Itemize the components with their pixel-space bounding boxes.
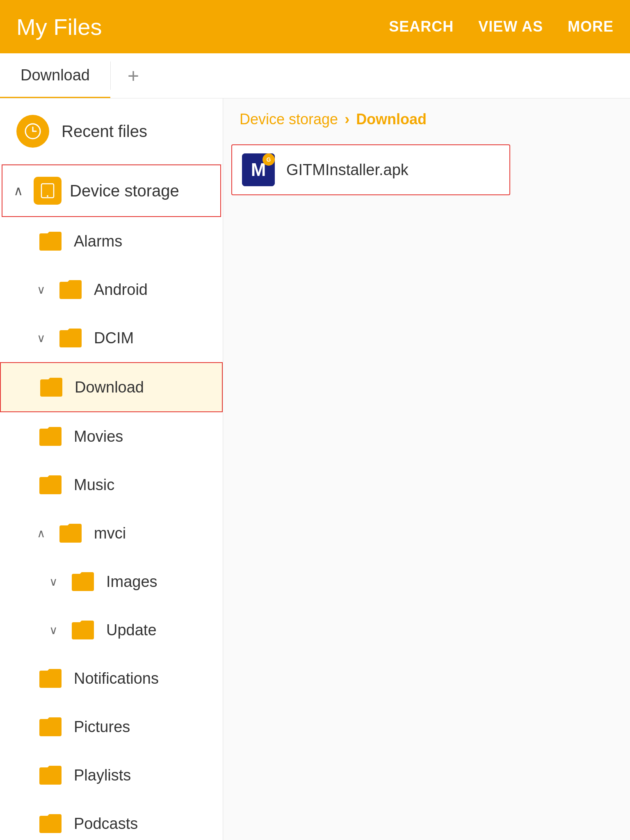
- breadcrumb: Device storage › Download: [223, 98, 630, 140]
- file-list: G M GITMInstaller.apk: [223, 140, 630, 199]
- breadcrumb-device-storage[interactable]: Device storage: [240, 111, 338, 128]
- tab-download[interactable]: Download: [0, 53, 110, 98]
- sidebar-label-update: Update: [106, 621, 157, 639]
- folder-icon-alarms: [37, 228, 64, 255]
- device-storage-icon: [34, 177, 62, 205]
- sidebar-item-images[interactable]: ∨ Images: [0, 557, 223, 606]
- sidebar: Recent files ∧ Device storage Alarms: [0, 98, 223, 840]
- mvci-chevron: ∧: [37, 527, 46, 540]
- folder-icon-dcim: [57, 324, 84, 352]
- sidebar-item-dcim[interactable]: ∨ DCIM: [0, 314, 223, 362]
- folder-icon-notifications: [37, 665, 64, 692]
- sidebar-item-update[interactable]: ∨ Update: [0, 606, 223, 654]
- file-name-gitm: GITMInstaller.apk: [286, 161, 409, 179]
- view-as-button[interactable]: VIEW AS: [478, 18, 543, 35]
- device-storage-row[interactable]: ∧ Device storage: [2, 164, 221, 217]
- folder-icon-playlists: [37, 762, 64, 789]
- device-storage-label: Device storage: [70, 182, 179, 200]
- sidebar-item-movies[interactable]: Movies: [0, 412, 223, 461]
- folder-icon-download: [38, 374, 65, 401]
- android-chevron: ∨: [37, 283, 46, 297]
- search-button[interactable]: SEARCH: [389, 18, 454, 35]
- header-actions: SEARCH VIEW AS MORE: [389, 18, 614, 35]
- file-item-gitm[interactable]: G M GITMInstaller.apk: [231, 144, 510, 195]
- recent-files-icon: [16, 115, 49, 148]
- sidebar-item-music[interactable]: Music: [0, 461, 223, 509]
- sidebar-item-notifications[interactable]: Notifications: [0, 654, 223, 703]
- sidebar-item-download[interactable]: Download: [0, 362, 223, 412]
- breadcrumb-chevron: ›: [345, 111, 349, 128]
- device-storage-chevron-up: ∧: [11, 183, 25, 199]
- sidebar-label-pictures: Pictures: [74, 718, 130, 736]
- sidebar-label-playlists: Playlists: [74, 767, 131, 784]
- file-icon-gitm: G M: [242, 153, 275, 186]
- sidebar-label-android: Android: [94, 281, 148, 299]
- sidebar-label-podcasts: Podcasts: [74, 815, 138, 833]
- sidebar-label-music: Music: [74, 476, 114, 494]
- sidebar-label-notifications: Notifications: [74, 670, 159, 687]
- sidebar-item-pictures[interactable]: Pictures: [0, 703, 223, 751]
- main-layout: Recent files ∧ Device storage Alarms: [0, 98, 630, 840]
- tab-bar: Download +: [0, 53, 630, 98]
- sidebar-item-podcasts[interactable]: Podcasts: [0, 799, 223, 840]
- sidebar-item-playlists[interactable]: Playlists: [0, 751, 223, 799]
- sidebar-label-images: Images: [106, 573, 158, 591]
- sidebar-label-movies: Movies: [74, 428, 123, 445]
- svg-point-2: [47, 195, 48, 197]
- app-header: My Files SEARCH VIEW AS MORE: [0, 0, 630, 53]
- update-chevron: ∨: [49, 623, 58, 637]
- dcim-chevron: ∨: [37, 331, 46, 345]
- recent-files-row[interactable]: Recent files: [0, 98, 223, 164]
- images-chevron: ∨: [49, 575, 58, 589]
- sidebar-label-download: Download: [75, 379, 144, 396]
- folder-icon-update: [69, 616, 96, 644]
- tab-add-button[interactable]: +: [111, 53, 156, 98]
- folder-icon-movies: [37, 423, 64, 450]
- folder-icon-mvci: [57, 520, 84, 547]
- recent-files-label: Recent files: [62, 122, 147, 141]
- folder-icon-music: [37, 471, 64, 498]
- breadcrumb-download[interactable]: Download: [356, 111, 427, 128]
- more-button[interactable]: MORE: [568, 18, 614, 35]
- folder-icon-podcasts: [37, 810, 64, 837]
- content-area: Device storage › Download G M GITMInstal…: [223, 98, 630, 840]
- folder-icon-android: [57, 276, 84, 303]
- sidebar-label-mvci: mvci: [94, 525, 126, 542]
- folder-icon-pictures: [37, 713, 64, 740]
- sidebar-item-android[interactable]: ∨ Android: [0, 265, 223, 314]
- folder-icon-images: [69, 568, 96, 595]
- sidebar-item-alarms[interactable]: Alarms: [0, 217, 223, 265]
- sidebar-label-alarms: Alarms: [74, 233, 122, 250]
- app-title: My Files: [16, 14, 389, 40]
- sidebar-label-dcim: DCIM: [94, 329, 134, 347]
- sidebar-item-mvci[interactable]: ∧ mvci: [0, 509, 223, 557]
